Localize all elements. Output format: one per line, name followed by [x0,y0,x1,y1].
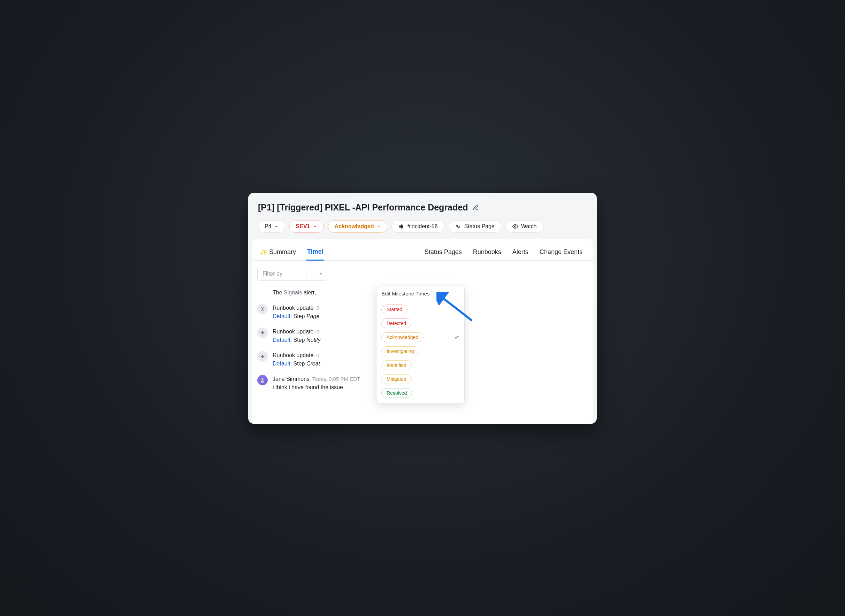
tab-status-pages-label: Status Pages [425,248,462,256]
milestone-option-detected[interactable]: Detected [381,318,460,328]
tab-alerts[interactable]: Alerts [512,245,529,260]
priority-pill[interactable]: P4 [258,220,285,233]
milestone-option-acknowledged[interactable]: Acknowledged [381,332,460,342]
milestone-option-identified[interactable]: Identified [381,360,460,370]
tab-spacer [334,245,414,260]
runbook-link[interactable]: Default [273,361,290,367]
svg-rect-3 [402,227,403,228]
status-label: Acknowledged [335,223,374,230]
svg-rect-1 [401,224,402,229]
tab-runbooks-label: Runbooks [473,248,501,256]
severity-pill[interactable]: SEV1 [290,220,324,233]
svg-rect-5 [400,227,401,228]
filter-dropdown[interactable]: Filter by [257,267,327,281]
tab-status-pages[interactable]: Status Pages [424,245,463,260]
tab-runbooks[interactable]: Runbooks [472,245,502,260]
milestone-option-resolved[interactable]: Resolved [381,388,460,398]
svg-rect-4 [402,224,403,226]
tab-alerts-label: Alerts [513,248,529,256]
svg-point-6 [514,226,516,227]
tab-summary-label: Summary [269,248,296,256]
tab-timeline-label: Timel [307,248,323,255]
tab-timeline[interactable]: Timel [306,245,324,261]
severity-label: SEV1 [296,223,310,230]
milestone-option-mitigated[interactable]: Mitigated [381,374,460,384]
milestone-option-started[interactable]: Started [381,305,460,314]
tab-change-events[interactable]: Change Events [539,245,583,260]
avatar [257,375,268,385]
runbook-link[interactable]: Default [273,313,290,319]
title-row: [P1] [Triggered] PIXEL -API Performance … [258,202,587,213]
status-page-label: Status Page [464,223,495,230]
tab-change-events-label: Change Events [539,248,582,256]
tabs: ✨ Summary Timel Status Pages Runbooks Al… [253,242,592,261]
runbook-icon [257,304,268,314]
slack-channel-label: #incident-56 [407,223,438,230]
milestone-option-investigating[interactable]: Investigating [381,346,460,356]
svg-rect-10 [262,354,263,358]
check-icon [454,334,460,340]
filter-row: Filter by [253,261,592,284]
filter-divider [306,270,306,278]
watch-pill[interactable]: Watch [506,220,544,233]
slack-icon [257,327,268,338]
svg-point-11 [262,378,263,380]
status-page-pill[interactable]: Status Page [449,220,501,233]
priority-label: P4 [265,223,272,230]
sparkle-icon: ✨ [260,249,267,255]
milestone-list: Started Detected Acknowledged Investigat… [376,301,464,403]
runbook-link[interactable]: Default [273,337,290,343]
chevron-down-icon [274,224,279,229]
pills-row: P4 SEV1 Acknowledged #incident-56 [258,220,587,233]
tab-summary[interactable]: ✨ Summary [259,245,297,260]
incident-title: [P1] [Triggered] PIXEL -API Performance … [258,202,468,213]
edit-milestone-times[interactable]: Edit Milestone Times [376,286,464,301]
chevron-down-icon [313,224,317,229]
edit-icon[interactable] [473,204,479,210]
svg-rect-2 [400,224,401,226]
chevron-down-icon [376,224,381,229]
slack-channel-pill[interactable]: #incident-56 [391,220,444,233]
status-pill[interactable]: Acknowledged [328,220,388,233]
slack-icon [257,351,268,362]
status-page-icon [455,223,461,230]
slack-icon [398,223,404,230]
card-header: [P1] [Triggered] PIXEL -API Performance … [248,193,597,239]
incident-card: [P1] [Triggered] PIXEL -API Performance … [248,193,597,424]
chevron-down-icon [319,272,323,276]
svg-rect-8 [262,331,263,334]
watch-label: Watch [521,223,537,230]
eye-icon [512,223,518,230]
filter-placeholder: Filter by [263,271,282,277]
milestone-dropdown: Edit Milestone Times Started Detected Ac… [376,286,465,403]
